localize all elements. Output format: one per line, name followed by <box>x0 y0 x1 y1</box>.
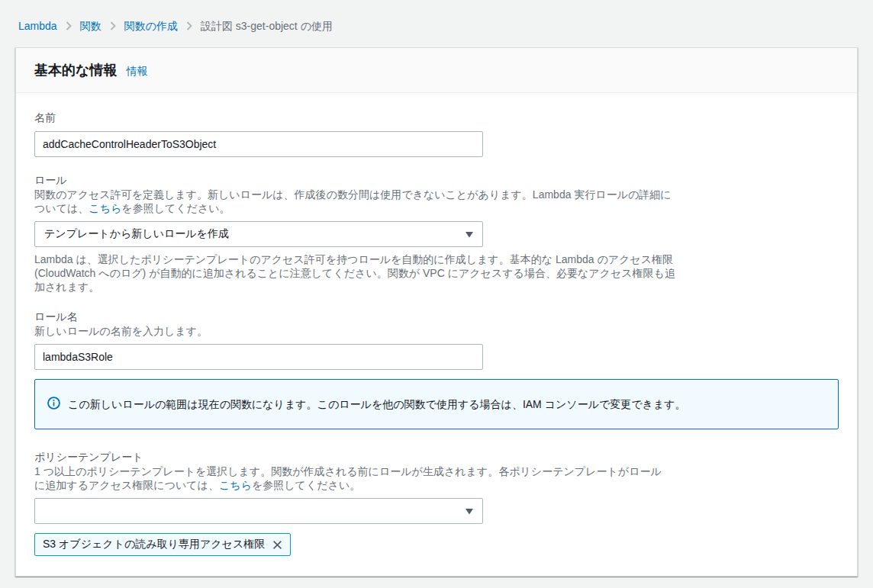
function-name-input[interactable] <box>34 131 483 157</box>
role-description-text-after: を参照してください。 <box>121 202 230 214</box>
info-icon <box>47 397 60 412</box>
role-docs-link[interactable]: こちら <box>89 202 121 214</box>
card-body: 名前 ロール 関数のアクセス許可を定義します。新しいロールは、作成後の数分間は使… <box>16 93 857 576</box>
policy-template-description: 1 つ以上のポリシーテンプレートを選択します。関数が作成される前にロールが生成さ… <box>34 464 672 492</box>
role-description: 関数のアクセス許可を定義します。新しいロールは、作成後の数分間は使用できないこと… <box>34 188 672 215</box>
card-header: 基本的な情報 情報 <box>16 48 857 93</box>
policy-template-tag-label: S3 オブジェクトの読み取り専用アクセス権限 <box>43 538 265 551</box>
policy-template-label: ポリシーテンプレート <box>34 449 839 464</box>
role-scope-info-alert: この新しいロールの範囲は現在の関数になります。このロールを他の関数で使用する場合… <box>34 379 839 429</box>
role-select[interactable]: テンプレートから新しいロールを作成 <box>34 221 483 247</box>
breadcrumb-item-lambda[interactable]: Lambda <box>18 19 57 33</box>
policy-template-tag: S3 オブジェクトの読み取り専用アクセス権限 <box>34 533 291 556</box>
role-select-value: テンプレートから新しいロールを作成 <box>44 227 229 241</box>
policy-template-field-group: ポリシーテンプレート 1 つ以上のポリシーテンプレートを選択します。関数が作成さ… <box>34 449 839 556</box>
close-icon[interactable] <box>272 540 282 550</box>
breadcrumb: Lambda 関数 関数の作成 設計図 s3-get-object の使用 <box>0 0 873 33</box>
role-name-description: 新しいロールの名前を入力します。 <box>34 324 672 338</box>
card-title: 基本的な情報 <box>34 61 117 79</box>
role-name-label: ロール名 <box>34 309 839 324</box>
chevron-down-icon <box>465 505 473 517</box>
policy-description-text-after: を参照してください。 <box>252 479 360 491</box>
breadcrumb-separator-icon <box>186 21 192 31</box>
role-name-field-group: ロール名 新しいロールの名前を入力します。 <box>34 309 839 370</box>
role-field-group: ロール 関数のアクセス許可を定義します。新しいロールは、作成後の数分間は使用でき… <box>34 172 839 294</box>
breadcrumb-separator-icon <box>110 21 116 31</box>
role-name-input[interactable] <box>34 344 483 370</box>
chevron-down-icon <box>465 228 473 240</box>
name-label: 名前 <box>34 110 839 125</box>
role-help-text: Lambda は、選択したポリシーテンプレートのアクセス許可を持つロールを自動的… <box>34 252 675 294</box>
policy-template-select[interactable] <box>34 498 483 524</box>
basic-information-card: 基本的な情報 情報 名前 ロール 関数のアクセス許可を定義します。新しいロールは… <box>15 47 858 577</box>
breadcrumb-item-functions[interactable]: 関数 <box>80 19 101 33</box>
breadcrumb-item-create-function[interactable]: 関数の作成 <box>124 19 178 33</box>
breadcrumb-item-current: 設計図 s3-get-object の使用 <box>201 19 333 33</box>
alert-text: この新しいロールの範囲は現在の関数になります。このロールを他の関数で使用する場合… <box>68 397 686 412</box>
role-label: ロール <box>34 172 839 188</box>
info-link[interactable]: 情報 <box>126 65 147 79</box>
policy-docs-link[interactable]: こちら <box>219 479 252 491</box>
breadcrumb-separator-icon <box>66 21 72 31</box>
name-field-group: 名前 <box>34 110 839 157</box>
